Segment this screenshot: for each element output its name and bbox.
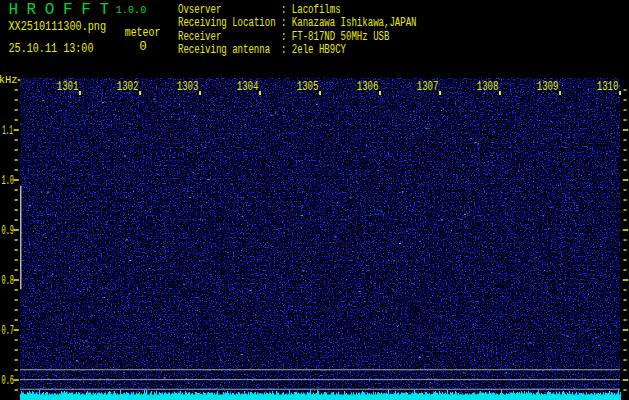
svg-text:1307: 1307 bbox=[417, 79, 439, 94]
svg-text:HROFFT: HROFFT bbox=[8, 1, 117, 19]
svg-text:0.7: 0.7 bbox=[2, 324, 14, 338]
svg-text:1303: 1303 bbox=[177, 79, 199, 94]
svg-text:1305: 1305 bbox=[297, 79, 319, 94]
svg-text:Receiver : FT-817ND: Receiver : FT-817ND 50MHz USB bbox=[178, 30, 389, 44]
svg-text:1309: 1309 bbox=[537, 79, 559, 94]
svg-text:1301: 1301 bbox=[57, 79, 79, 94]
svg-text:0.8: 0.8 bbox=[2, 274, 14, 288]
svg-text:0: 0 bbox=[139, 40, 147, 54]
svg-text:0.6: 0.6 bbox=[2, 374, 14, 388]
svg-text:1302: 1302 bbox=[117, 79, 139, 94]
svg-text:0.9: 0.9 bbox=[2, 224, 14, 238]
svg-text:meteor: meteor bbox=[125, 26, 161, 40]
svg-text:XX2510111300.png: XX2510111300.png bbox=[9, 20, 107, 34]
svg-text:1308: 1308 bbox=[477, 79, 499, 94]
svg-text:1.0: 1.0 bbox=[2, 174, 14, 188]
svg-text:kHz: kHz bbox=[0, 73, 18, 86]
svg-text:25.10.11 13:00: 25.10.11 13:00 bbox=[9, 41, 94, 56]
svg-text:1.1: 1.1 bbox=[2, 124, 13, 138]
svg-text:Ovserver : Lacofilms: Ovserver : Lacofilms bbox=[178, 3, 341, 17]
svg-text:1.0.0: 1.0.0 bbox=[116, 3, 147, 16]
svg-text:1304: 1304 bbox=[237, 79, 259, 94]
svg-text:1310: 1310 bbox=[597, 79, 619, 94]
svg-text:Receiving antenna : 2ele HB9C: Receiving antenna : 2ele HB9CY bbox=[178, 43, 346, 57]
svg-text:Receiving Location : Kanazawa: Receiving Location : Kanazawa Ishikawa,J… bbox=[178, 16, 417, 30]
svg-text:1306: 1306 bbox=[357, 79, 379, 94]
